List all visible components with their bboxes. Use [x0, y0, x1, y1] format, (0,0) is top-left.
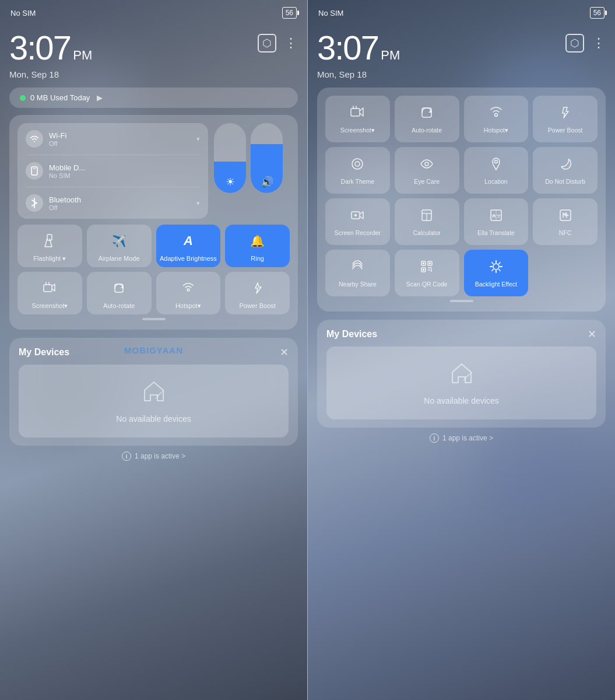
- tile-powerboost-label: Power Boost: [548, 127, 583, 135]
- no-devices-text-left: No available devices: [116, 414, 191, 424]
- svg-point-18: [425, 162, 428, 166]
- ring-label: Ring: [251, 255, 264, 262]
- screenshot-icon: [39, 278, 60, 299]
- flashlight-btn[interactable]: Flashlight ▾: [17, 225, 82, 267]
- flashlight-icon: [39, 230, 60, 251]
- tile-location-icon: [489, 157, 503, 174]
- tile-nfc[interactable]: NFC: [533, 198, 598, 245]
- tile-nearbyshare-label: Nearby Share: [339, 281, 377, 289]
- mobile-icon: [26, 162, 43, 180]
- bottom-bar-right[interactable]: i 1 app is active >: [308, 428, 615, 449]
- close-devices-btn-left[interactable]: ✕: [280, 346, 289, 359]
- svg-line-48: [499, 262, 500, 264]
- tile-hotspot[interactable]: Hotspot▾: [464, 96, 529, 142]
- powerboost-icon: [247, 278, 268, 299]
- data-arrow: ▶: [97, 93, 103, 102]
- tile-ellatranslate-icon: A 文: [489, 208, 503, 226]
- ring-btn[interactable]: 🔔 Ring: [225, 225, 290, 267]
- svg-marker-8: [121, 286, 123, 288]
- tile-eyecare-icon: [420, 157, 434, 174]
- svg-line-46: [492, 262, 493, 264]
- autorotate-label: Auto-rotate: [103, 302, 135, 310]
- tile-nfc-icon: [558, 208, 572, 226]
- tile-dnd[interactable]: Do Not Disturb: [533, 147, 598, 194]
- tile-screenrecorder[interactable]: Screen Recorder: [325, 198, 390, 245]
- tile-dnd-label: Do Not Disturb: [545, 178, 585, 186]
- full-tiles-panel: Screenshot▾ Auto-rotate: [317, 88, 606, 312]
- more-icon-left[interactable]: ⋮: [284, 36, 298, 51]
- mobile-item[interactable]: Mobile D... No SIM: [26, 162, 200, 180]
- tile-darktheme[interactable]: Dark Theme: [325, 147, 390, 194]
- svg-rect-37: [423, 269, 424, 271]
- adaptive-label: Adaptive Brightness: [160, 255, 217, 262]
- tile-nearbyshare[interactable]: Nearby Share: [325, 250, 390, 296]
- tile-darktheme-icon: [350, 157, 364, 174]
- more-icon-right[interactable]: ⋮: [592, 36, 606, 51]
- tile-darktheme-label: Dark Theme: [341, 178, 375, 186]
- tile-backlight-icon: [489, 260, 503, 277]
- volume-icon: 🔊: [261, 176, 273, 188]
- tile-ellatranslate[interactable]: A 文 Ella Translate: [464, 198, 529, 245]
- adaptive-icon: A: [178, 230, 199, 251]
- tile-autorotate-label: Auto-rotate: [412, 127, 442, 135]
- date-right: Mon, Sep 18: [317, 69, 400, 79]
- tile-location-label: Location: [484, 178, 508, 186]
- airplane-btn[interactable]: ✈️ Airplane Mode: [87, 225, 152, 267]
- svg-line-49: [492, 270, 493, 271]
- tile-location[interactable]: Location: [464, 147, 529, 194]
- svg-rect-4: [44, 285, 52, 292]
- tile-screenshot[interactable]: Screenshot▾: [325, 96, 390, 142]
- svg-rect-0: [31, 167, 37, 175]
- tile-powerboost[interactable]: Power Boost: [533, 96, 598, 142]
- tile-backlight[interactable]: Backlight Effect: [464, 250, 529, 296]
- bluetooth-icon: [26, 194, 43, 212]
- svg-point-15: [494, 114, 497, 117]
- settings-icon-right[interactable]: ⬡: [565, 34, 584, 52]
- svg-point-19: [494, 160, 497, 163]
- scroll-indicator-left: [17, 314, 290, 321]
- tile-calculator[interactable]: — Calculator: [395, 198, 459, 245]
- svg-rect-10: [351, 108, 360, 116]
- tile-screenrecorder-icon: [350, 208, 364, 226]
- svg-point-17: [355, 162, 360, 166]
- tile-scanqr[interactable]: Scan QR Code: [395, 250, 459, 296]
- ring-icon: 🔔: [247, 230, 268, 251]
- volume-slider[interactable]: 🔊: [251, 123, 283, 193]
- my-devices-right: My Devices ✕ No available devices: [317, 320, 606, 428]
- settings-icon-left[interactable]: ⬡: [258, 34, 276, 52]
- data-dot: [20, 95, 26, 101]
- autorotate-btn[interactable]: Auto-rotate: [87, 272, 152, 314]
- close-devices-btn-right[interactable]: ✕: [588, 328, 596, 341]
- info-icon-right: i: [430, 433, 439, 443]
- time-display-right: 3:07 PM: [317, 28, 400, 67]
- adaptive-brightness-btn[interactable]: A Adaptive Brightness: [156, 225, 221, 267]
- screenshot-btn[interactable]: Screenshot▾: [17, 272, 82, 314]
- bottom-bar-left[interactable]: i 1 app is active >: [0, 446, 307, 467]
- network-tile: Wi-Fi Off ▾: [17, 123, 208, 219]
- quick-buttons-row2: Screenshot▾ Auto-rotate: [17, 272, 290, 314]
- bluetooth-item[interactable]: Bluetooth Off ▾: [26, 194, 200, 212]
- date-left: Mon, Sep 18: [9, 69, 92, 79]
- brightness-slider[interactable]: ☀: [214, 123, 246, 193]
- tile-hotspot-icon: [489, 106, 503, 123]
- svg-text:文: 文: [497, 214, 501, 218]
- battery-icon-left: 56: [282, 7, 297, 19]
- devices-card-left: No available devices: [19, 365, 289, 438]
- powerboost-btn[interactable]: Power Boost: [225, 272, 290, 314]
- data-usage-bar[interactable]: 0 MB Used Today ▶: [9, 88, 298, 108]
- tile-nearbyshare-icon: [350, 260, 364, 277]
- svg-rect-36: [429, 262, 431, 264]
- autorotate-icon: [108, 278, 129, 299]
- tile-hotspot-label: Hotspot▾: [484, 127, 508, 135]
- wifi-item[interactable]: Wi-Fi Off ▾: [26, 130, 200, 148]
- hotspot-btn[interactable]: Hotspot▾: [156, 272, 221, 314]
- tile-autorotate[interactable]: Auto-rotate: [395, 96, 459, 142]
- time-section-right: 3:07 PM Mon, Sep 18 ⬡ ⋮: [317, 23, 606, 88]
- tile-eyecare[interactable]: Eye Care: [395, 147, 459, 194]
- tile-calculator-icon: —: [420, 208, 434, 226]
- svg-text:A: A: [492, 213, 496, 219]
- left-phone-panel: No SIM 56 3:07 PM Mon, Sep 18 ⬡ ⋮ 0 MB U…: [0, 0, 307, 700]
- tile-nfc-label: NFC: [559, 229, 572, 237]
- nosim-label-right: No SIM: [318, 9, 343, 18]
- tile-scanqr-label: Scan QR Code: [406, 281, 448, 289]
